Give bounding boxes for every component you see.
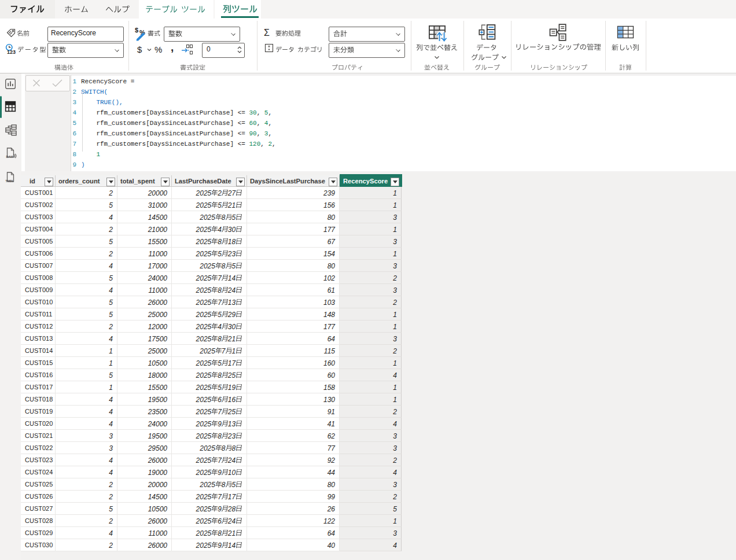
svg-text:123: 123 (7, 49, 16, 55)
svg-text:$: $ (135, 27, 138, 34)
svg-text:TMDL: TMDL (6, 179, 14, 183)
svg-text:DAX: DAX (6, 155, 13, 159)
